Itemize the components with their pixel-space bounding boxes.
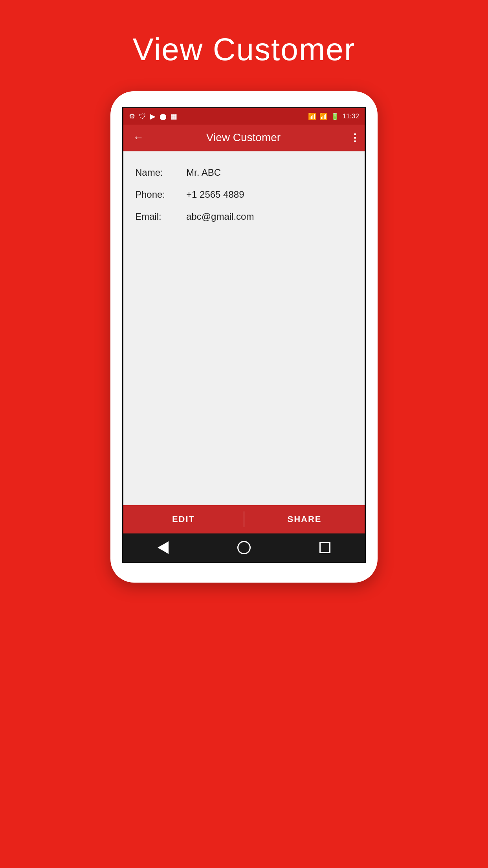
gear-icon: ⚙ — [129, 112, 135, 121]
share-button[interactable]: SHARE — [244, 514, 365, 524]
app-bar-title: View Customer — [146, 131, 341, 144]
phone-bottom — [122, 563, 366, 583]
wifi-icon: 📶 — [308, 112, 316, 121]
nav-back-icon[interactable] — [158, 541, 169, 554]
email-label: Email: — [135, 211, 186, 222]
more-options-button[interactable] — [352, 132, 358, 144]
page-heading: View Customer — [133, 31, 356, 68]
phone-screen: ⚙ 🛡 ▶ ⬤ ▦ 📶 📶 🔋 11:32 ← View Customer — [122, 107, 366, 563]
signal-icon: 📶 — [319, 112, 328, 121]
nav-home-icon[interactable] — [237, 541, 251, 554]
name-label: Name: — [135, 167, 186, 178]
nav-recents-icon[interactable] — [319, 542, 330, 553]
bottom-action-bar: EDIT SHARE — [123, 505, 365, 533]
app-bar: ← View Customer — [123, 125, 365, 151]
phone-value: +1 2565 4889 — [186, 189, 244, 200]
more-dot-3 — [354, 140, 356, 142]
more-dot-2 — [354, 137, 356, 139]
status-bar-left-icons: ⚙ 🛡 ▶ ⬤ ▦ — [129, 112, 177, 121]
navigation-bar — [123, 533, 365, 562]
name-field: Name: Mr. ABC — [135, 167, 353, 178]
phone-mockup: ⚙ 🛡 ▶ ⬤ ▦ 📶 📶 🔋 11:32 ← View Customer — [110, 91, 378, 583]
status-bar: ⚙ 🛡 ▶ ⬤ ▦ 📶 📶 🔋 11:32 — [123, 108, 365, 125]
email-value: abc@gmail.com — [186, 211, 254, 222]
edit-button[interactable]: EDIT — [123, 514, 244, 524]
clock: 11:32 — [342, 112, 359, 120]
battery-icon: 🔋 — [331, 112, 339, 121]
content-area: Name: Mr. ABC Phone: +1 2565 4889 Email:… — [123, 151, 365, 505]
phone-field: Phone: +1 2565 4889 — [135, 189, 353, 200]
back-button[interactable]: ← — [130, 129, 146, 146]
play-icon: ▶ — [150, 112, 156, 121]
status-bar-right-icons: 📶 📶 🔋 11:32 — [308, 112, 359, 121]
more-dot-1 — [354, 133, 356, 135]
shield-icon: 🛡 — [139, 112, 146, 121]
phone-label: Phone: — [135, 189, 186, 200]
email-field: Email: abc@gmail.com — [135, 211, 353, 222]
name-value: Mr. ABC — [186, 167, 221, 178]
circle-icon: ⬤ — [160, 113, 167, 120]
grid-icon: ▦ — [171, 112, 177, 121]
